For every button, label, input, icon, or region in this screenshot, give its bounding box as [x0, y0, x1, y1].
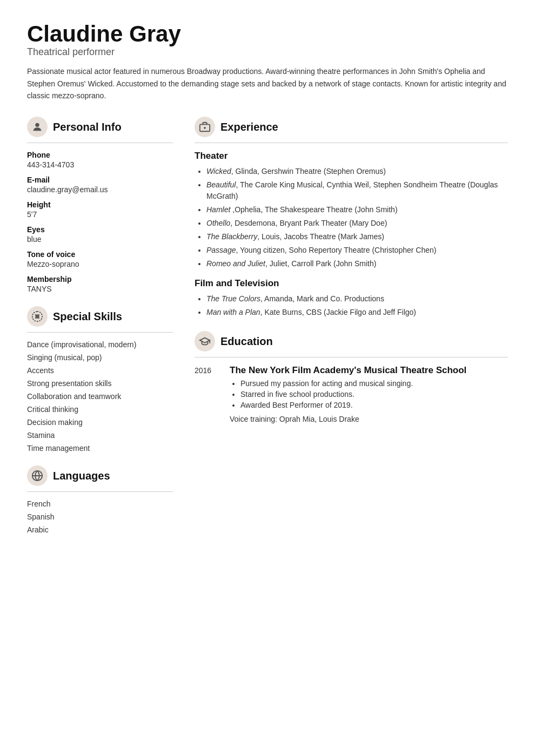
list-item: Man with a Plan, Kate Burns, CBS (Jackie…	[206, 307, 508, 318]
list-item: Awarded Best Performer of 2019.	[240, 401, 466, 409]
skill-item: Strong presentation skills	[27, 379, 173, 388]
experience-divider	[195, 143, 508, 143]
languages-divider	[27, 491, 173, 492]
experience-section: Experience Theater Wicked, Glinda, Gersh…	[195, 117, 508, 318]
eyes-field: Eyes blue	[27, 225, 173, 244]
languages-list: FrenchSpanishArabic	[27, 500, 173, 534]
languages-icon	[27, 465, 48, 486]
left-column: Personal Info Phone 443-314-4703 E-mail …	[27, 117, 173, 547]
languages-header: Languages	[27, 465, 173, 486]
right-column: Experience Theater Wicked, Glinda, Gersh…	[195, 117, 508, 547]
personal-info-title: Personal Info	[53, 121, 122, 133]
skills-icon	[27, 306, 48, 327]
language-item: Arabic	[27, 525, 173, 534]
tone-label: Tone of voice	[27, 250, 173, 259]
list-item: Wicked, Glinda, Gershwin Theatre (Stephe…	[206, 166, 508, 177]
membership-field: Membership TANYS	[27, 275, 173, 293]
education-entry: 2016 The New York Film Academy's Musical…	[195, 365, 508, 423]
phone-field: Phone 443-314-4703	[27, 151, 173, 169]
email-field: E-mail claudine.gray@email.us	[27, 176, 173, 194]
languages-section: Languages FrenchSpanishArabic	[27, 465, 173, 534]
membership-label: Membership	[27, 275, 173, 284]
theater-list: Wicked, Glinda, Gershwin Theatre (Stephe…	[195, 166, 508, 269]
languages-title: Languages	[53, 470, 110, 482]
skill-item: Critical thinking	[27, 405, 173, 414]
height-field: Height 5'7	[27, 200, 173, 219]
height-value: 5'7	[27, 210, 173, 219]
skill-item: Time management	[27, 444, 173, 453]
list-item: Beautiful, The Carole King Musical, Cynt…	[206, 179, 508, 202]
experience-title: Experience	[220, 121, 278, 133]
education-title: Education	[220, 335, 273, 348]
skill-item: Decision making	[27, 418, 173, 427]
list-item: Romeo and Juliet, Juliet, Carroll Park (…	[206, 258, 508, 269]
email-label: E-mail	[27, 176, 173, 184]
personal-info-header: Personal Info	[27, 117, 173, 137]
tone-value: Mezzo-soprano	[27, 260, 173, 268]
candidate-bio: Passionate musical actor featured in num…	[27, 65, 508, 102]
edu-school: The New York Film Academy's Musical Thea…	[230, 365, 466, 376]
eyes-value: blue	[27, 235, 173, 244]
edu-content: The New York Film Academy's Musical Thea…	[230, 365, 466, 423]
language-item: French	[27, 500, 173, 508]
skill-item: Stamina	[27, 431, 173, 440]
education-divider	[195, 357, 508, 357]
svg-point-0	[35, 123, 39, 127]
list-item: The Blackberry, Louis, Jacobs Theatre (M…	[206, 231, 508, 242]
skill-item: Collaboration and teamwork	[27, 392, 173, 401]
phone-value: 443-314-4703	[27, 160, 173, 169]
film-tv-list: The True Colors, Amanda, Mark and Co. Pr…	[195, 293, 508, 318]
edu-year: 2016	[195, 365, 219, 423]
special-skills-header: Special Skills	[27, 306, 173, 327]
personal-info-section: Personal Info Phone 443-314-4703 E-mail …	[27, 117, 173, 293]
language-item: Spanish	[27, 512, 173, 521]
skill-item: Dance (improvisational, modern)	[27, 340, 173, 349]
tone-field: Tone of voice Mezzo-soprano	[27, 250, 173, 268]
eyes-label: Eyes	[27, 225, 173, 234]
resume-header: Claudine Gray Theatrical performer Passi…	[27, 22, 508, 102]
list-item: Othello, Desdemona, Bryant Park Theater …	[206, 218, 508, 229]
theater-category: Theater	[195, 151, 508, 161]
film-tv-category: Film and Television	[195, 278, 508, 289]
phone-label: Phone	[27, 151, 173, 159]
experience-icon	[195, 117, 215, 137]
special-skills-title: Special Skills	[53, 310, 122, 323]
person-icon	[27, 117, 48, 137]
special-skills-divider	[27, 332, 173, 333]
list-item: Hamlet ,Ophelia, The Shakespeare Theatre…	[206, 204, 508, 215]
height-label: Height	[27, 200, 173, 209]
education-section: Education 2016 The New York Film Academy…	[195, 331, 508, 423]
education-icon	[195, 331, 215, 352]
email-value: claudine.gray@email.us	[27, 185, 173, 194]
skills-list: Dance (improvisational, modern)Singing (…	[27, 340, 173, 453]
education-header: Education	[195, 331, 508, 352]
list-item: Starred in five school productions.	[240, 390, 466, 399]
candidate-title: Theatrical performer	[27, 46, 508, 58]
list-item: Pursued my passion for acting and musica…	[240, 379, 466, 388]
membership-value: TANYS	[27, 285, 173, 293]
list-item: The True Colors, Amanda, Mark and Co. Pr…	[206, 293, 508, 305]
experience-header: Experience	[195, 117, 508, 137]
edu-bullets: Pursued my passion for acting and musica…	[230, 379, 466, 409]
list-item: Passage, Young citizen, Soho Repertory T…	[206, 245, 508, 256]
special-skills-section: Special Skills Dance (improvisational, m…	[27, 306, 173, 453]
skill-item: Accents	[27, 366, 173, 375]
edu-note: Voice training: Oprah Mia, Louis Drake	[230, 415, 466, 423]
skill-item: Singing (musical, pop)	[27, 353, 173, 362]
candidate-name: Claudine Gray	[27, 22, 508, 46]
personal-info-divider	[27, 143, 173, 143]
main-layout: Personal Info Phone 443-314-4703 E-mail …	[27, 117, 508, 547]
